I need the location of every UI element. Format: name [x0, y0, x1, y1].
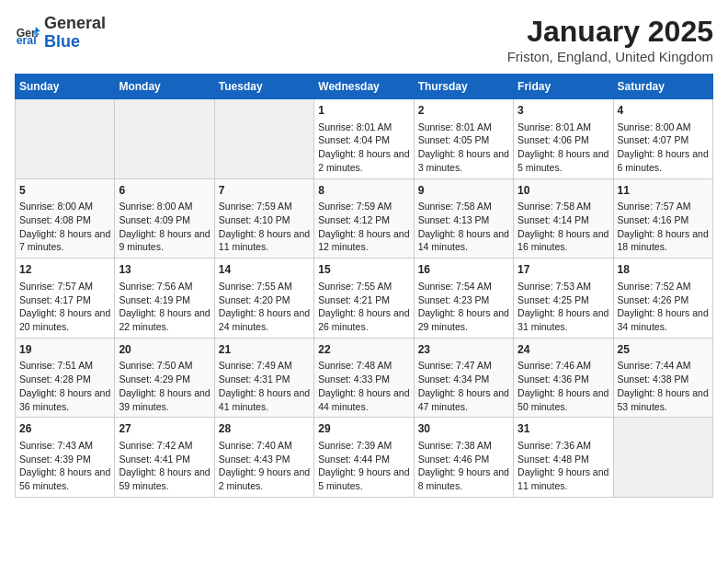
calendar-cell: 15Sunrise: 7:55 AMSunset: 4:21 PMDayligh…: [314, 259, 414, 339]
day-number: 21: [219, 342, 310, 358]
day-info: Sunrise: 7:59 AM: [219, 200, 310, 213]
day-info: Sunset: 4:17 PM: [19, 293, 110, 307]
day-number: 6: [119, 183, 210, 199]
day-info: Sunset: 4:39 PM: [19, 453, 110, 466]
day-number: 18: [618, 262, 709, 278]
logo-blue-text: Blue: [44, 32, 80, 51]
day-number: 30: [418, 421, 509, 437]
day-info: Sunrise: 7:47 AM: [418, 359, 509, 373]
calendar-cell: 11Sunrise: 7:57 AMSunset: 4:16 PMDayligh…: [613, 178, 712, 259]
day-info: Daylight: 9 hours and 11 minutes.: [518, 465, 609, 492]
day-info: Sunset: 4:28 PM: [19, 373, 110, 386]
day-info: Daylight: 8 hours and 39 minutes.: [119, 386, 210, 413]
day-info: Daylight: 9 hours and 8 minutes.: [418, 465, 509, 492]
calendar-cell: 18Sunrise: 7:52 AMSunset: 4:26 PMDayligh…: [613, 259, 712, 339]
day-number: 1: [318, 103, 409, 119]
day-info: Sunrise: 7:54 AM: [418, 280, 509, 293]
calendar-cell: 7Sunrise: 7:59 AMSunset: 4:10 PMDaylight…: [214, 178, 313, 259]
day-info: Sunrise: 7:58 AM: [418, 200, 509, 213]
calendar-cell: 17Sunrise: 7:53 AMSunset: 4:25 PMDayligh…: [514, 259, 613, 339]
calendar-cell: 14Sunrise: 7:55 AMSunset: 4:20 PMDayligh…: [214, 259, 313, 339]
day-info: Daylight: 8 hours and 59 minutes.: [119, 465, 210, 492]
day-info: Sunrise: 7:38 AM: [418, 439, 509, 453]
day-info: Sunrise: 7:57 AM: [618, 200, 709, 213]
day-info: Sunset: 4:36 PM: [518, 373, 609, 386]
calendar-cell: 3Sunrise: 8:01 AMSunset: 4:06 PMDaylight…: [514, 99, 613, 179]
calendar-cell: 26Sunrise: 7:43 AMSunset: 4:39 PMDayligh…: [16, 418, 115, 498]
calendar-cell: 19Sunrise: 7:51 AMSunset: 4:28 PMDayligh…: [16, 338, 115, 418]
day-header-tuesday: Tuesday: [214, 75, 313, 99]
day-info: Sunrise: 7:46 AM: [518, 359, 609, 373]
day-info: Sunset: 4:12 PM: [318, 213, 409, 227]
day-info: Sunrise: 7:56 AM: [119, 280, 210, 293]
day-info: Daylight: 8 hours and 20 minutes.: [19, 306, 110, 333]
day-info: Daylight: 8 hours and 53 minutes.: [618, 386, 709, 413]
calendar-cell: 31Sunrise: 7:36 AMSunset: 4:48 PMDayligh…: [514, 418, 613, 498]
calendar-cell: 20Sunrise: 7:50 AMSunset: 4:29 PMDayligh…: [115, 338, 214, 418]
day-number: 11: [618, 183, 709, 199]
day-info: Sunset: 4:05 PM: [418, 133, 509, 147]
day-info: Daylight: 8 hours and 16 minutes.: [518, 227, 609, 254]
day-number: 7: [219, 183, 310, 199]
calendar-week-row: 1Sunrise: 8:01 AMSunset: 4:04 PMDaylight…: [16, 99, 713, 179]
day-info: Sunrise: 7:44 AM: [618, 359, 709, 373]
day-info: Sunset: 4:08 PM: [19, 213, 110, 227]
calendar-cell: 23Sunrise: 7:47 AMSunset: 4:34 PMDayligh…: [414, 338, 513, 418]
day-info: Sunrise: 8:00 AM: [19, 200, 110, 213]
day-number: 10: [518, 183, 609, 199]
calendar-cell: 24Sunrise: 7:46 AMSunset: 4:36 PMDayligh…: [514, 338, 613, 418]
calendar-title: January 2025: [507, 15, 713, 49]
day-info: Daylight: 8 hours and 34 minutes.: [618, 306, 709, 333]
calendar-cell: 4Sunrise: 8:00 AMSunset: 4:07 PMDaylight…: [613, 99, 712, 179]
day-info: Sunset: 4:21 PM: [318, 293, 409, 307]
day-info: Sunrise: 7:57 AM: [19, 280, 110, 293]
day-number: 8: [318, 183, 409, 199]
calendar-cell: 30Sunrise: 7:38 AMSunset: 4:46 PMDayligh…: [414, 418, 513, 498]
calendar-week-row: 19Sunrise: 7:51 AMSunset: 4:28 PMDayligh…: [16, 338, 713, 418]
day-number: 31: [518, 421, 609, 437]
day-info: Sunset: 4:44 PM: [318, 453, 409, 466]
logo: Gen eral General Blue: [15, 15, 106, 52]
day-number: 3: [518, 103, 609, 119]
calendar-week-row: 26Sunrise: 7:43 AMSunset: 4:39 PMDayligh…: [16, 418, 713, 498]
calendar-cell: 2Sunrise: 8:01 AMSunset: 4:05 PMDaylight…: [414, 99, 513, 179]
day-info: Daylight: 8 hours and 36 minutes.: [19, 386, 110, 413]
day-header-thursday: Thursday: [414, 75, 513, 99]
calendar-cell: 21Sunrise: 7:49 AMSunset: 4:31 PMDayligh…: [214, 338, 313, 418]
day-info: Sunrise: 7:55 AM: [219, 280, 310, 293]
day-number: 20: [119, 342, 210, 358]
day-info: Daylight: 8 hours and 6 minutes.: [618, 147, 709, 174]
day-info: Daylight: 8 hours and 2 minutes.: [318, 147, 409, 174]
day-number: 29: [318, 421, 409, 437]
days-header-row: SundayMondayTuesdayWednesdayThursdayFrid…: [16, 75, 713, 99]
calendar-cell: 6Sunrise: 8:00 AMSunset: 4:09 PMDaylight…: [115, 178, 214, 259]
day-info: Daylight: 8 hours and 14 minutes.: [418, 227, 509, 254]
day-number: 17: [518, 262, 609, 278]
day-number: 23: [418, 342, 509, 358]
day-info: Sunrise: 8:01 AM: [318, 121, 409, 134]
day-info: Sunrise: 8:00 AM: [618, 121, 709, 134]
day-number: 19: [19, 342, 110, 358]
day-info: Sunrise: 7:52 AM: [618, 280, 709, 293]
calendar-cell: 25Sunrise: 7:44 AMSunset: 4:38 PMDayligh…: [613, 338, 712, 418]
day-info: Daylight: 8 hours and 3 minutes.: [418, 147, 509, 174]
day-info: Daylight: 8 hours and 26 minutes.: [318, 306, 409, 333]
day-header-friday: Friday: [514, 75, 613, 99]
day-info: Sunrise: 7:49 AM: [219, 359, 310, 373]
day-number: 25: [618, 342, 709, 358]
day-info: Sunrise: 7:42 AM: [119, 439, 210, 453]
day-info: Sunset: 4:46 PM: [418, 453, 509, 466]
day-info: Daylight: 8 hours and 22 minutes.: [119, 306, 210, 333]
calendar-cell: 1Sunrise: 8:01 AMSunset: 4:04 PMDaylight…: [314, 99, 414, 179]
calendar-cell: [613, 418, 712, 498]
calendar-cell: 29Sunrise: 7:39 AMSunset: 4:44 PMDayligh…: [314, 418, 414, 498]
calendar-cell: [214, 99, 313, 179]
day-info: Daylight: 8 hours and 5 minutes.: [518, 147, 609, 174]
calendar-cell: 12Sunrise: 7:57 AMSunset: 4:17 PMDayligh…: [16, 259, 115, 339]
calendar-cell: 27Sunrise: 7:42 AMSunset: 4:41 PMDayligh…: [115, 418, 214, 498]
day-info: Sunset: 4:43 PM: [219, 453, 310, 466]
day-number: 28: [219, 421, 310, 437]
day-info: Daylight: 9 hours and 2 minutes.: [219, 465, 310, 492]
day-info: Daylight: 8 hours and 29 minutes.: [418, 306, 509, 333]
day-info: Daylight: 8 hours and 41 minutes.: [219, 386, 310, 413]
